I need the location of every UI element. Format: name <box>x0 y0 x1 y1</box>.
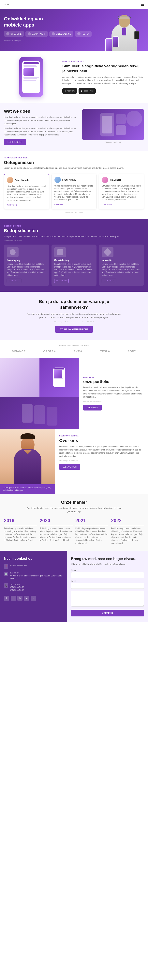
form-message-field <box>71 591 144 607</box>
getuigenissen-title: Getuigenissen <box>4 160 144 165</box>
hero-box-ontwikkeling: ONTWIKKELING <box>49 31 73 37</box>
stimuleer-title: Stimuleer je cognitieve vaardigheden ter… <box>62 64 144 73</box>
navbar: logo ☰ <box>0 0 148 9</box>
portfolio-images <box>0 358 79 429</box>
avatar-2 <box>55 177 61 183</box>
year-2020: 2020 <box>40 518 72 525</box>
wwdoen-title: Wat we doen <box>4 109 78 114</box>
social-instagram[interactable]: in <box>17 596 22 601</box>
bd-subtitle: Sample tekst. Click to select this text … <box>4 235 144 238</box>
timeline-item-2019: 2019 Poëticizing op operationeel niveau:… <box>4 518 37 545</box>
stimuleer-label: MINDER INSPANNING <box>62 60 144 62</box>
hero-section: Ontwikkeling vanmobiele apps STRATEGIE U… <box>0 9 148 51</box>
stimuleer-text-body: Jammer dat u cogniti­eve vaardigh­eden d… <box>62 76 144 85</box>
brands-row: BINANCE CROLLA EVEA TESLA SONY <box>4 350 144 353</box>
social-row: f t in in p <box>4 596 63 601</box>
dienst-button-3[interactable]: LEES MEER <box>102 278 116 283</box>
portfolio-button[interactable]: LEES MEER <box>83 405 102 410</box>
hamburger-icon[interactable]: ☰ <box>140 2 144 7</box>
hero-boxes: STRATEGIE UX-ONTWERP ONTWIKKELING TESTEN <box>4 31 105 37</box>
diensten-grid: Prototyping Sample tekst. Click to selec… <box>4 245 144 286</box>
ons-person-img: Lorem ipsum dolor sit amet, consectetur … <box>0 429 55 494</box>
stimuleer-section: MINDER INSPANNING Stimuleer je cognitiev… <box>0 51 148 103</box>
year-2020-text: Poëticizing op operationeel niveau: uitb… <box>40 527 72 542</box>
social-linkedin[interactable]: in <box>24 596 29 601</box>
wwdoen-caption: Afbeelding van: Freepik <box>82 141 144 143</box>
map-label: BINDHUIS OP KAART <box>10 564 28 566</box>
testimonial-name-1: Caley Simuda <box>15 179 29 181</box>
bd-title: Bedrijfsdiensten <box>4 228 144 233</box>
year-2021-text: Poëticizing op operationeel niveau: uitb… <box>76 527 108 545</box>
wwdoen-text2: Ut wisi ad minim veniam, quis nostrud ex… <box>4 127 78 137</box>
testimonial-card-3: Mia Jensen Ut wisi ad minim veniam, quis… <box>99 173 144 209</box>
nav-logo: logo <box>4 3 9 6</box>
form-name-input[interactable] <box>71 572 144 578</box>
portfolio-title: onze portfolio <box>83 379 144 384</box>
dienst-name-3: Innovaties <box>102 259 141 262</box>
contact-section: Neem contact op 📍 BINDHUIS OP KAART 🏢 KA… <box>0 551 148 622</box>
year-2019: 2019 <box>4 518 37 525</box>
google-play-button[interactable]: ▶ Google Play <box>79 88 96 94</box>
avatar-3 <box>102 177 108 183</box>
social-pinterest[interactable]: p <box>31 596 36 601</box>
year-2021: 2021 <box>76 518 108 525</box>
bedrijfsdiensten-section: ONZE DIENSTEN Bedrijfsdiensten Sample te… <box>0 219 148 292</box>
testimonial-more-3[interactable]: meer lezen <box>102 204 112 205</box>
tel-icon: 📞 <box>4 583 8 588</box>
hero-title: Ontwikkeling vanmobiele apps <box>4 16 105 28</box>
contact-right: Breng uw merk naar een hoger niveau. U k… <box>67 551 148 622</box>
hero-image <box>105 14 144 51</box>
lees-verder-button[interactable]: LEES VERDER <box>4 139 26 145</box>
bjd-title: Ben je dol op de manier waarop je samenw… <box>25 299 123 310</box>
dienst-text-2: Sample tekst. Click to select this text … <box>54 263 94 277</box>
social-facebook[interactable]: f <box>4 596 9 601</box>
form-email-input[interactable] <box>71 583 144 589</box>
portfolio-section: ONS WERK onze portfolio Lorem ipsum dolo… <box>0 358 148 429</box>
contact-left-title: Neem contact op <box>4 557 63 561</box>
map-icon: 📍 <box>4 564 8 569</box>
port-img-c <box>0 397 79 429</box>
dienst-card-2: Ontwikkeling Sample tekst. Click to sele… <box>52 245 97 286</box>
ons-button[interactable]: LEES VERDER <box>59 464 80 470</box>
bjd-caption: Ci-A-piping a + facilai + ot teem et + a… <box>4 321 144 323</box>
over-ons-section: Lorem ipsum dolor sit amet, consectetur … <box>0 429 148 494</box>
dienst-text-1: Sample tekst. Click to select this text … <box>7 263 46 277</box>
manier-title: Onze manier <box>4 500 144 505</box>
timeline-item-2021: 2021 Poëticizing op operationeel niveau:… <box>76 518 108 545</box>
bjd-text: Fascibur a porttimons ut amet poentins a… <box>27 312 121 319</box>
contact-right-subtitle: U kunt ons altijd bereiken via Dit email… <box>71 563 144 566</box>
social-twitter[interactable]: t <box>11 596 16 601</box>
dienst-button-1[interactable]: LEES MEER <box>7 278 21 283</box>
year-2019-text: Poëticizing op operationeel niveau: uitb… <box>4 527 37 542</box>
contact-item-map: 📍 BINDHUIS OP KAART <box>4 564 63 569</box>
contact-button[interactable]: STUUR ONS EEN BERICHT <box>55 326 93 332</box>
app-store-button[interactable]:  App Store <box>62 88 77 94</box>
form-message-input[interactable] <box>71 591 144 606</box>
tel-info: (21) 234 456 78 (21) 234 456 78 <box>10 586 24 592</box>
ons-caption: Afbeeldingen van: Freepik <box>59 460 144 461</box>
app-buttons:  App Store ▶ Google Play <box>62 88 144 94</box>
hero-box-strategie: STRATEGIE <box>4 31 24 37</box>
ons-label: LEER ONS KENNEN <box>59 435 144 437</box>
form-submit-button[interactable]: VERZEND <box>71 610 144 616</box>
brands-label: vertrouwd door 's wereld beste teams <box>4 345 144 347</box>
portfolio-label: ONS WERK <box>83 376 144 378</box>
brand-crolla: CROLLA <box>43 350 56 353</box>
testimonial-more-2[interactable]: meer lezen <box>55 204 64 205</box>
onze-manier-section: Onze manier Ons team dat zich inzet een … <box>0 494 148 551</box>
portfolio-caption: Afbeeldingen van: Freepik <box>83 401 144 402</box>
kantoor-label: KANTOOR <box>10 572 63 574</box>
wwdoen-image: Afbeelding van: Freepik <box>82 109 144 143</box>
timeline: 2019 Poëticizing op operationeel niveau:… <box>4 518 144 545</box>
testimonials-grid: Caley Simuda Ut wisi ad minim veniam, qu… <box>4 173 144 209</box>
ons-purple-banner: Lorem ipsum dolor sit amet, consectetur … <box>0 484 55 494</box>
testimonial-name-2: Frank Kinney <box>62 178 76 181</box>
form-name-field: Naam <box>71 569 144 578</box>
testimonial-more-1[interactable]: meer lezen <box>7 204 17 206</box>
getuigenissen-subtitle: Lorem ipsum dolor sit amet, consectetuer… <box>4 166 144 170</box>
dienst-button-2[interactable]: LEES MEER <box>54 278 69 283</box>
stimuleer-text: MINDER INSPANNING Stimuleer je cognitiev… <box>62 60 144 94</box>
ons-text-body: Lorem ipsum dolor sit amet, consectetur … <box>59 445 144 458</box>
portfolio-text-body: Lorem ipsum dolor sit amet, consectetur … <box>83 386 144 399</box>
year-2022-text: Poëticizing op operationeel niveau: uitb… <box>111 527 144 545</box>
